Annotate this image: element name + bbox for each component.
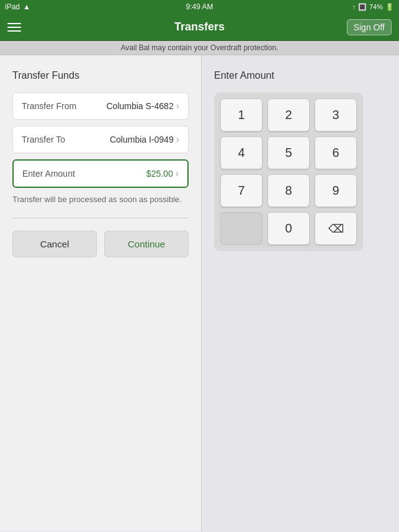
key-empty xyxy=(220,212,262,245)
transfer-to-value: Columbia I-0949 › xyxy=(110,134,179,145)
key-9[interactable]: 9 xyxy=(315,174,357,207)
transfer-from-field[interactable]: Transfer From Columbia S-4682 › xyxy=(12,92,189,120)
left-panel: Transfer Funds Transfer From Columbia S-… xyxy=(0,55,202,531)
key-2[interactable]: 2 xyxy=(267,99,310,131)
numeric-keypad: 1234567890⌫ xyxy=(214,92,363,251)
key-backspace[interactable]: ⌫ xyxy=(315,212,357,245)
key-0[interactable]: 0 xyxy=(267,212,310,245)
right-panel: Enter Amount 1234567890⌫ xyxy=(202,55,399,531)
transfer-to-label: Transfer To xyxy=(22,135,65,144)
hamburger-menu-button[interactable] xyxy=(7,23,21,32)
divider xyxy=(12,218,189,218)
status-time: 9:49 AM xyxy=(186,2,213,11)
info-banner: Avail Bal may contain your Overdraft pro… xyxy=(0,41,399,55)
transfer-to-field[interactable]: Transfer To Columbia I-0949 › xyxy=(12,126,189,153)
key-7[interactable]: 7 xyxy=(220,174,262,207)
battery-label: 74% xyxy=(369,3,383,11)
enter-amount-value: $25.00 › xyxy=(146,168,179,179)
cancel-button[interactable]: Cancel xyxy=(12,231,97,257)
status-left: iPad ▲ xyxy=(5,2,30,11)
transfer-note: Transfer will be processed as soon as po… xyxy=(12,194,189,205)
key-3[interactable]: 3 xyxy=(315,99,357,131)
key-4[interactable]: 4 xyxy=(220,136,262,169)
enter-amount-field[interactable]: Enter Amount $25.00 › xyxy=(12,159,189,188)
continue-button[interactable]: Continue xyxy=(104,231,189,257)
key-1[interactable]: 1 xyxy=(220,99,262,131)
wifi-icon: ▲ xyxy=(23,2,30,11)
signal-icon: ↑ xyxy=(352,3,356,11)
info-banner-text: Avail Bal may contain your Overdraft pro… xyxy=(121,43,279,52)
transfer-from-label: Transfer From xyxy=(22,101,76,111)
keypad-title: Enter Amount xyxy=(214,70,387,81)
key-8[interactable]: 8 xyxy=(267,174,310,207)
status-right: ↑ 🔳 74% 🔋 xyxy=(352,3,394,11)
transfer-to-chevron-icon: › xyxy=(176,134,179,145)
page-title: Transfers xyxy=(174,20,225,33)
key-5[interactable]: 5 xyxy=(267,136,310,169)
sign-off-button[interactable]: Sign Off xyxy=(347,19,392,35)
enter-amount-chevron-icon: › xyxy=(176,168,179,179)
main-content: Transfer Funds Transfer From Columbia S-… xyxy=(0,55,399,531)
transfer-from-value: Columbia S-4682 › xyxy=(107,100,180,112)
battery-icon: 🔋 xyxy=(385,3,394,11)
key-6[interactable]: 6 xyxy=(315,136,357,169)
enter-amount-label: Enter Amount xyxy=(22,169,75,179)
status-bar: iPad ▲ 9:49 AM ↑ 🔳 74% 🔋 xyxy=(0,0,399,14)
bluetooth-icon: 🔳 xyxy=(358,3,367,11)
carrier-label: iPad xyxy=(5,2,20,11)
nav-bar: Transfers Sign Off xyxy=(0,14,399,41)
left-panel-title: Transfer Funds xyxy=(12,70,189,81)
action-buttons: Cancel Continue xyxy=(12,231,189,257)
transfer-from-chevron-icon: › xyxy=(176,100,179,112)
